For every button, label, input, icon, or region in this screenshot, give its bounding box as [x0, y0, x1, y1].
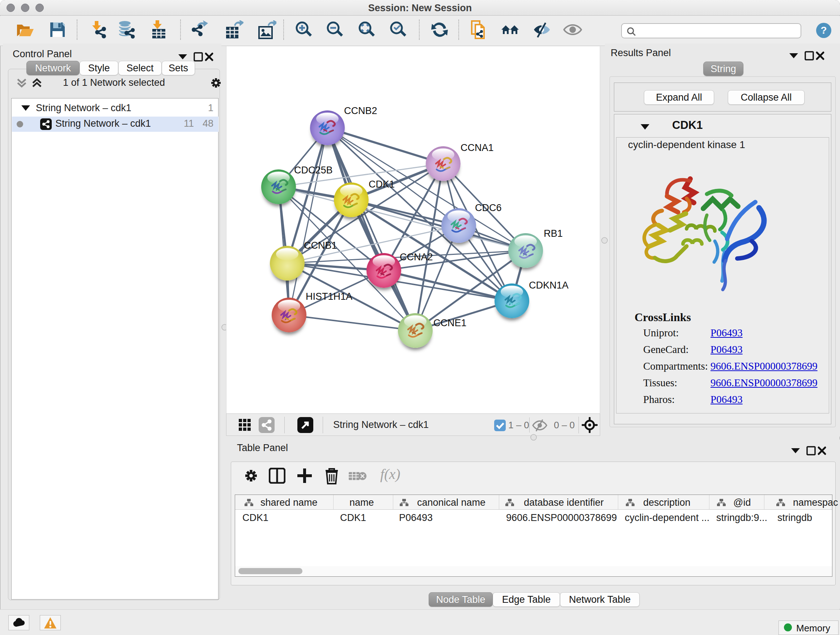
- svg-text:?: ?: [821, 25, 827, 36]
